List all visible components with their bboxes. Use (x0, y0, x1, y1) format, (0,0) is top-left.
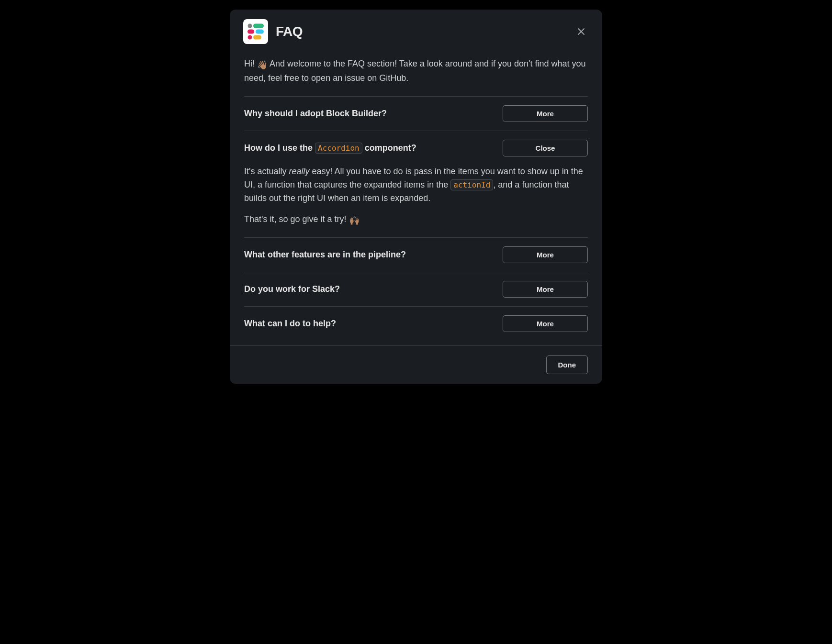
faq-item: Do you work for Slack? More (244, 272, 588, 306)
answer-p1-italic: really (289, 167, 309, 176)
more-button[interactable]: More (503, 315, 588, 332)
faq-modal: FAQ Hi! 👋🏽 And welcome to the FAQ sectio… (230, 10, 602, 384)
svg-rect-3 (256, 30, 264, 34)
header-left: FAQ (243, 19, 303, 44)
intro-text: Hi! 👋🏽 And welcome to the FAQ section! T… (244, 57, 588, 85)
faq-question-pre: How do I use the (244, 143, 315, 153)
faq-item: How do I use the Accordion component? Cl… (244, 131, 588, 165)
faq-item: What can I do to help? More (244, 307, 588, 341)
svg-rect-1 (253, 24, 264, 28)
faq-question-post: component? (362, 143, 416, 153)
block-builder-icon (246, 22, 265, 41)
intro-greeting: Hi! (244, 59, 257, 68)
answer-paragraph: It's actually really easy! All you have … (244, 165, 588, 205)
svg-point-4 (248, 35, 252, 40)
svg-rect-2 (247, 30, 254, 34)
close-button[interactable] (573, 24, 589, 39)
intro-body: And welcome to the FAQ section! Take a l… (244, 59, 586, 83)
modal-footer: Done (230, 345, 602, 384)
code-actionid: actionId (450, 179, 493, 190)
faq-question: What can I do to help? (244, 319, 493, 329)
close-icon (576, 27, 586, 36)
raised-hands-emoji-icon: 🙌🏽 (349, 214, 360, 228)
answer-p1-pre: It's actually (244, 167, 289, 176)
answer-p2-text: That's it, so go give it a try! (244, 214, 349, 224)
faq-question: Do you work for Slack? (244, 284, 493, 294)
close-accordion-button[interactable]: Close (503, 140, 588, 156)
more-button[interactable]: More (503, 281, 588, 298)
modal-body: Hi! 👋🏽 And welcome to the FAQ section! T… (230, 50, 602, 345)
wave-emoji-icon: 👋🏽 (257, 59, 268, 72)
more-button[interactable]: More (503, 246, 588, 263)
svg-rect-5 (253, 35, 261, 40)
faq-question: How do I use the Accordion component? (244, 143, 493, 153)
faq-item: What other features are in the pipeline?… (244, 238, 588, 272)
answer-paragraph: That's it, so go give it a try! 🙌🏽 (244, 213, 588, 228)
faq-question: What other features are in the pipeline? (244, 250, 493, 260)
app-icon (243, 19, 268, 44)
svg-point-0 (248, 24, 252, 28)
faq-item: Why should I adopt Block Builder? More (244, 97, 588, 131)
modal-header: FAQ (230, 10, 602, 50)
done-button[interactable]: Done (546, 355, 588, 374)
faq-answer: It's actually really easy! All you have … (244, 165, 588, 237)
more-button[interactable]: More (503, 105, 588, 122)
modal-title: FAQ (276, 24, 303, 39)
code-accordion: Accordion (315, 143, 362, 154)
faq-question: Why should I adopt Block Builder? (244, 109, 493, 119)
